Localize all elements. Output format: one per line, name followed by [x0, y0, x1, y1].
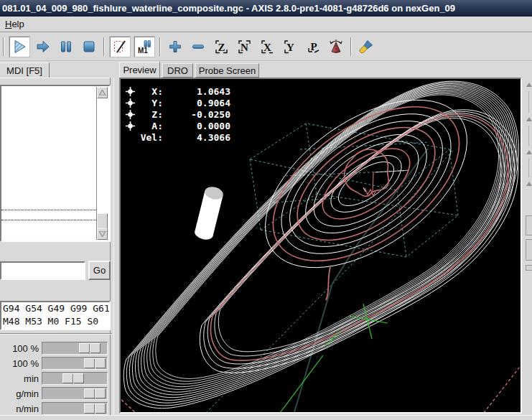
- svg-text:Y: Y: [286, 41, 294, 52]
- tab-probe-screen[interactable]: Probe Screen: [195, 63, 259, 78]
- skip-lines-icon: [112, 39, 128, 55]
- view-perspective-button[interactable]: P: [303, 37, 323, 57]
- scrollbar-thumb[interactable]: [97, 213, 108, 229]
- tab-dro[interactable]: DRO: [162, 63, 193, 78]
- history-separator: [1, 210, 98, 210]
- tab-probe-screen-label: Probe Screen: [199, 65, 256, 76]
- dro-row-z: Z: -0.0250: [126, 108, 230, 120]
- toolbar: M1 Z N X: [0, 32, 532, 61]
- horizontal-separator: [0, 333, 112, 335]
- minus-icon: [190, 39, 206, 55]
- menu-help[interactable]: Help: [0, 17, 29, 31]
- feed-override-slider[interactable]: [42, 342, 108, 355]
- view-z-button[interactable]: Z: [211, 37, 231, 57]
- homed-icon: [126, 87, 135, 96]
- preview-3d-canvas[interactable]: X: 1.0643 Y: 0.9064 Z: -0.0250 A: 0.0000…: [119, 78, 522, 414]
- view-z-rotated-icon: N: [236, 39, 252, 55]
- zoom-in-button[interactable]: [165, 37, 185, 57]
- spinner-fragment: [526, 182, 532, 186]
- axis-marks-green: [280, 304, 388, 412]
- rapid-override-slider[interactable]: [42, 357, 108, 370]
- angular-jog-speed-label: g/min: [0, 387, 39, 401]
- toolbar-separator: [3, 37, 4, 56]
- step-button[interactable]: [33, 37, 53, 57]
- machine-limits: [121, 363, 521, 412]
- status-bar: [0, 415, 532, 420]
- go-button[interactable]: Go: [88, 261, 111, 280]
- slider-handle[interactable]: [84, 358, 106, 368]
- spinner-fragment: [526, 117, 532, 121]
- skip-lines-toggle[interactable]: [109, 36, 131, 57]
- dro-row-x: X: 1.0643: [126, 85, 230, 97]
- slider-handle[interactable]: [62, 373, 84, 383]
- triangle-up-icon: [99, 90, 106, 95]
- spacer: [126, 133, 135, 142]
- triangle-down-icon: [99, 231, 106, 237]
- history-separator: [1, 220, 98, 220]
- view-x-button[interactable]: X: [257, 37, 277, 57]
- angular-jog-speed-row: g/min: [0, 387, 112, 401]
- button-fragment: [526, 215, 532, 235]
- homed-icon: [126, 121, 135, 131]
- tab-mdi-f5[interactable]: MDI [F5]: [0, 62, 50, 78]
- window-title: 081.01_04_009_980_fishlure_waterline_com…: [0, 0, 532, 17]
- view-z-rotated-button[interactable]: N: [234, 37, 254, 57]
- feed-override-label: 100 %: [0, 342, 39, 355]
- stop-icon: [81, 39, 97, 55]
- scroll-down-arrow[interactable]: [97, 228, 108, 240]
- max-velocity-row: n/min: [0, 402, 112, 416]
- toolbar-separator: [103, 37, 105, 56]
- dro-row-y: Y: 0.9064: [126, 97, 230, 108]
- view-z-icon: Z: [213, 39, 229, 55]
- dro-overlay: X: 1.0643 Y: 0.9064 Z: -0.0250 A: 0.0000…: [126, 85, 230, 143]
- homed-icon: [126, 98, 135, 108]
- dro-row-vel: Vel: 4.3066: [126, 131, 230, 143]
- slider-handle[interactable]: [84, 403, 106, 414]
- cropped-right-widgets: [523, 61, 532, 415]
- toolbar-separator: [159, 37, 161, 56]
- optional-pause-m1-toggle[interactable]: M1: [134, 36, 155, 57]
- jog-speed-slider[interactable]: [42, 372, 108, 385]
- clear-plot-button[interactable]: [356, 37, 376, 57]
- pause-icon: [58, 39, 74, 55]
- view-perspective-icon: P: [305, 39, 321, 55]
- svg-text:M1: M1: [138, 46, 148, 54]
- view-y-icon: Y: [282, 39, 298, 55]
- stop-button[interactable]: [79, 37, 99, 57]
- tab-preview-label: Preview: [123, 65, 156, 75]
- dark-axis-line: [294, 149, 428, 412]
- active-gcodes-box: G94 G54 G49 G99 G61M48 M53 M0 F15 S0: [0, 301, 111, 330]
- widget-edge-fragment: [528, 91, 529, 113]
- jog-speed-row: min: [0, 372, 112, 386]
- max-velocity-slider[interactable]: [42, 402, 108, 415]
- toolbar-separator: [350, 37, 352, 56]
- rotate-cone-icon: [328, 39, 344, 55]
- tool-cylinder: [193, 185, 224, 242]
- view-x-icon: X: [259, 39, 275, 55]
- button-fragment: [526, 239, 532, 261]
- rotate-view-button[interactable]: [326, 37, 346, 57]
- angular-jog-speed-slider[interactable]: [42, 387, 108, 400]
- view-y-button[interactable]: Y: [280, 37, 300, 57]
- svg-text:N: N: [241, 41, 248, 52]
- dro-row-a: A: 0.0000: [126, 120, 230, 131]
- history-scrollbar[interactable]: [96, 87, 108, 240]
- rapid-override-row: 100 %: [0, 357, 112, 370]
- slider-handle[interactable]: [79, 343, 101, 353]
- mdi-history-list[interactable]: [0, 85, 111, 242]
- zoom-out-button[interactable]: [188, 37, 208, 57]
- mdi-command-input[interactable]: [0, 261, 85, 280]
- tab-dro-label: DRO: [167, 65, 188, 76]
- run-button[interactable]: [9, 36, 30, 57]
- tab-preview[interactable]: Preview: [119, 62, 160, 78]
- scroll-up-arrow[interactable]: [97, 87, 108, 98]
- menu-bar: Help: [0, 17, 532, 32]
- spinner-fragment: [526, 150, 532, 154]
- run-icon: [11, 39, 27, 55]
- rapid-override-label: 100 %: [0, 357, 39, 370]
- homed-icon: [126, 110, 135, 119]
- axis-window: 081.01_04_009_980_fishlure_waterline_com…: [0, 0, 532, 420]
- slider-handle[interactable]: [84, 388, 106, 398]
- pause-button[interactable]: [56, 37, 76, 57]
- max-velocity-label: n/min: [0, 402, 39, 416]
